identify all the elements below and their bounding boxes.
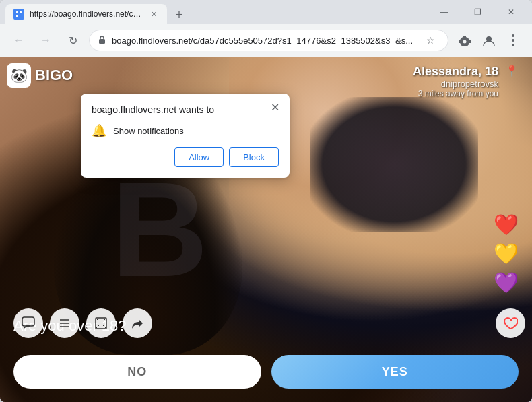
svg-rect-1 [16,11,18,13]
browser-actions [454,30,524,51]
title-bar: https://boago.flndlovers.net/c/da... ✕ +… [0,0,532,24]
back-button[interactable]: ← [8,30,30,51]
red-heart-icon: ❤️ [494,213,519,236]
popup-notification-item: 🔔 Show notifications [92,123,279,138]
bigo-icon: 🐼 [7,63,31,88]
location-pin-icon: 📍 [505,65,519,77]
profile-location: dnipropetrovsk [413,79,498,89]
chat-button[interactable] [13,308,43,338]
svg-point-7 [512,34,514,37]
tab-close-button[interactable]: ✕ [148,9,159,20]
address-actions: ☆ [421,31,440,50]
profile-info: Alessandra, 18 dnipropetrovsk 3 miles aw… [413,65,498,98]
notification-popup: ✕ boago.flndlovers.net wants to 🔔 Show n… [81,94,290,178]
block-button[interactable]: Block [229,147,279,167]
page-content: B 🐼 BIGO Alessandra, 18 dnipropetrovsk 3… [0,57,532,402]
expand-button[interactable] [86,308,116,338]
account-button[interactable] [478,30,500,51]
svg-rect-10 [22,317,34,326]
browser-window: https://boago.flndlovers.net/c/da... ✕ +… [0,0,532,402]
maximize-button[interactable]: ❐ [462,2,493,22]
yes-button[interactable]: YES [271,355,519,389]
minimize-button[interactable]: — [428,2,459,22]
extensions-button[interactable] [454,30,475,51]
svg-rect-2 [20,11,22,13]
close-button[interactable]: ✕ [496,2,527,22]
popup-title: boago.flndlovers.net wants to [92,104,279,115]
address-bar-row: ← → ↻ boago.flndlovers.net/c/da57dc555e5… [0,24,532,57]
bigo-logo: 🐼 BIGO [7,63,73,88]
svg-rect-0 [15,10,23,18]
bookmark-button[interactable]: ☆ [421,31,440,50]
refresh-button[interactable]: ↻ [62,30,84,51]
tab-bar: https://boago.flndlovers.net/c/da... ✕ + [5,0,428,24]
purple-heart-icon: 💜 [494,271,519,294]
svg-point-9 [512,44,514,46]
forward-button[interactable]: → [35,30,57,51]
svg-point-5 [463,40,467,44]
like-button[interactable] [496,308,525,338]
share-button[interactable] [123,308,152,338]
yellow-heart-icon: 💛 [494,242,519,265]
svg-rect-3 [16,15,18,17]
window-controls: — ❐ ✕ [428,2,527,22]
bell-icon: 🔔 [92,123,106,138]
menu-button[interactable] [502,30,524,51]
popup-close-button[interactable]: ✕ [267,99,283,115]
tab-title: https://boago.flndlovers.net/c/da... [30,9,143,19]
hearts-area: ❤️ 💛 💜 [494,213,519,294]
bottom-action-icons [13,308,152,338]
svg-point-8 [512,39,514,42]
profile-name: Alessandra, 18 [413,65,498,79]
active-tab[interactable]: https://boago.flndlovers.net/c/da... ✕ [5,4,167,24]
tab-favicon [13,9,24,20]
bigo-text: BIGO [35,67,73,84]
lock-icon [98,35,106,46]
no-button[interactable]: NO [13,355,261,389]
profile-distance: 3 miles away from you [413,89,498,98]
list-button[interactable] [50,308,79,338]
bottom-buttons: NO YES [13,355,519,389]
popup-buttons: Allow Block [92,147,279,167]
character-clothing [310,97,478,232]
svg-rect-4 [99,39,105,44]
popup-item-label: Show notifications [113,126,184,136]
address-bar[interactable]: boago.flndlovers.net/c/da57dc555e50572d?… [89,30,448,51]
new-tab-button[interactable]: + [170,5,189,24]
allow-button[interactable]: Allow [174,147,224,167]
address-text: boago.flndlovers.net/c/da57dc555e50572d?… [112,36,415,46]
